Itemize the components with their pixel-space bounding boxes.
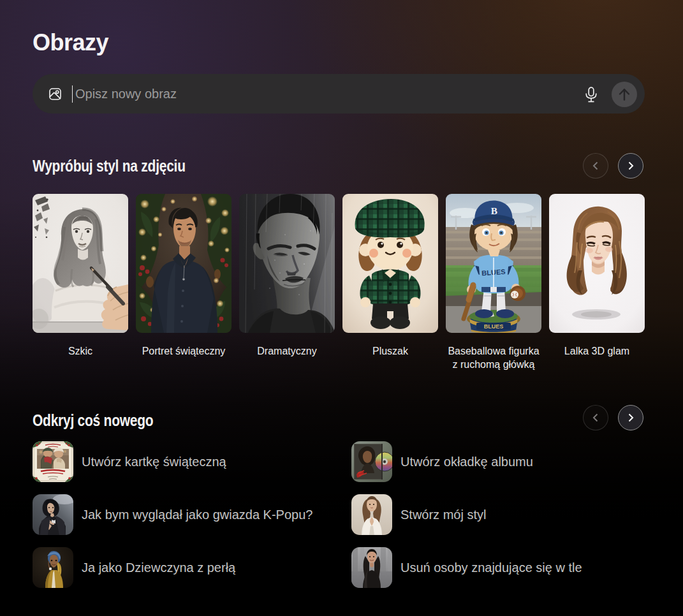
- svg-text:BLUES: BLUES: [484, 323, 504, 330]
- svg-text:B: B: [491, 205, 497, 216]
